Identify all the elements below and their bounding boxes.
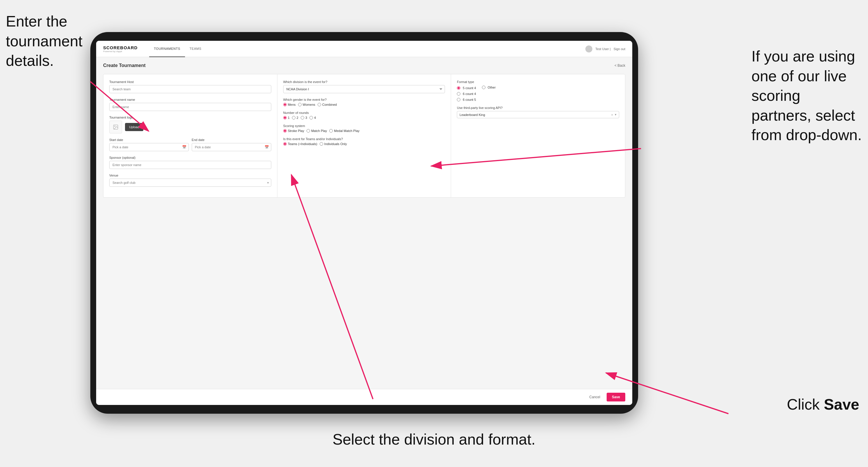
- scoring-stroke[interactable]: Stroke Play: [283, 129, 304, 132]
- live-scoring-dropdown-icon[interactable]: ▾: [615, 113, 617, 117]
- gender-womens-radio[interactable]: [298, 103, 302, 106]
- name-label: Tournament name: [109, 98, 271, 101]
- end-calendar-icon: 📅: [265, 145, 269, 149]
- round-1[interactable]: 1: [283, 116, 290, 119]
- nav-left: SCOREBOARD Powered by clippit TOURNAMENT…: [103, 41, 206, 57]
- save-button[interactable]: Save: [607, 393, 625, 401]
- logo-group: Tournament logo Upload: [109, 116, 271, 133]
- scoring-match[interactable]: Match Play: [307, 129, 327, 132]
- start-date-wrap: 📅: [109, 143, 189, 151]
- annotation-topleft: Enter the tournament details.: [6, 12, 87, 71]
- gender-combined[interactable]: Combined: [318, 103, 337, 106]
- sign-out-link[interactable]: Sign out: [614, 47, 625, 51]
- format-5count4[interactable]: 5 count 4: [457, 86, 476, 90]
- tournament-name-group: Tournament name: [109, 98, 271, 111]
- rounds-label: Number of rounds: [283, 111, 445, 115]
- round-2-label: 2: [297, 116, 298, 119]
- format-6count5-label: 6 count 5: [463, 98, 476, 101]
- division-group: Which division is the event for? NCAA Di…: [283, 80, 445, 93]
- end-date-wrap: 📅: [192, 143, 271, 151]
- sponsor-input[interactable]: [109, 161, 271, 169]
- live-scoring-clear[interactable]: ×: [611, 113, 613, 117]
- upload-button[interactable]: Upload: [125, 123, 143, 131]
- division-select[interactable]: NCAA Division I: [283, 85, 445, 93]
- scoring-radio-group: Stroke Play Match Play Medal Match Play: [283, 129, 445, 132]
- page-title: Create Tournament: [103, 63, 146, 68]
- scoring-medal-label: Medal Match Play: [334, 129, 359, 132]
- date-row: Start date 📅 End date: [109, 138, 271, 151]
- live-scoring-label: Use third-party live scoring API?: [457, 106, 619, 110]
- round-2-radio[interactable]: [292, 116, 296, 119]
- gender-mens-radio[interactable]: [283, 103, 287, 106]
- main-content: Create Tournament Back Tournament Host T…: [96, 57, 632, 389]
- venue-group: Venue ▾: [109, 174, 271, 187]
- event-type-teams[interactable]: Teams (+Individuals): [283, 142, 317, 146]
- round-1-radio[interactable]: [283, 116, 287, 119]
- name-input[interactable]: [109, 103, 271, 111]
- round-4-radio[interactable]: [309, 116, 313, 119]
- end-date-input[interactable]: [192, 143, 271, 151]
- rounds-group: Number of rounds 1 2: [283, 111, 445, 119]
- format-list: 5 count 4 6 count 4 6 count 5: [457, 86, 476, 101]
- annotation-bottomright: Click Save: [787, 395, 859, 414]
- nav-tabs: TOURNAMENTS TEAMS: [149, 41, 206, 57]
- format-5count4-radio[interactable]: [457, 86, 460, 90]
- scoring-medal[interactable]: Medal Match Play: [329, 129, 359, 132]
- round-2[interactable]: 2: [292, 116, 298, 119]
- tablet-frame: SCOREBOARD Powered by clippit TOURNAMENT…: [90, 32, 638, 414]
- format-6count5-radio[interactable]: [457, 98, 460, 101]
- event-type-teams-label: Teams (+Individuals): [288, 142, 317, 146]
- annotation-bottomcenter: Select the division and format.: [333, 430, 535, 449]
- event-type-teams-radio[interactable]: [283, 142, 287, 146]
- event-type-group: Is this event for Teams and/or Individua…: [283, 137, 445, 146]
- division-label: Which division is the event for?: [283, 80, 445, 84]
- format-other-radio[interactable]: [482, 86, 486, 89]
- scoring-match-radio[interactable]: [307, 129, 310, 132]
- format-label: Format type: [457, 80, 619, 84]
- host-label: Tournament Host: [109, 80, 271, 84]
- cancel-button[interactable]: Cancel: [586, 393, 604, 401]
- live-scoring-select-wrap[interactable]: Leaderboard King × ▾: [457, 111, 619, 118]
- user-label: Test User |: [595, 47, 611, 51]
- search-team-input[interactable]: [109, 85, 271, 93]
- scoring-stroke-radio[interactable]: [283, 129, 287, 132]
- gender-combined-radio[interactable]: [318, 103, 321, 106]
- start-date-group: Start date 📅: [109, 138, 189, 151]
- form-footer: Cancel Save: [96, 389, 632, 405]
- form-grid: Tournament Host Tournament name Tourname…: [103, 74, 625, 197]
- round-4-label: 4: [314, 116, 316, 119]
- svg-point-1: [115, 126, 115, 127]
- venue-dropdown-icon: ▾: [267, 181, 269, 185]
- back-link[interactable]: Back: [615, 63, 625, 68]
- format-6count4-radio[interactable]: [457, 92, 460, 96]
- logo-preview: [109, 121, 122, 133]
- venue-input[interactable]: [109, 179, 271, 187]
- scoring-label: Scoring system: [283, 124, 445, 128]
- round-4[interactable]: 4: [309, 116, 316, 119]
- nav-tab-teams[interactable]: TEAMS: [185, 41, 206, 57]
- format-6count5[interactable]: 6 count 5: [457, 98, 476, 101]
- event-type-individuals-radio[interactable]: [320, 142, 323, 146]
- other-option: Other: [482, 86, 496, 89]
- round-3[interactable]: 3: [301, 116, 307, 119]
- gender-womens-label: Womens: [303, 103, 315, 106]
- round-3-radio[interactable]: [301, 116, 304, 119]
- format-other[interactable]: Other: [482, 86, 496, 89]
- scoring-match-label: Match Play: [311, 129, 327, 132]
- nav-right: Test User | Sign out: [585, 45, 625, 53]
- start-date-input[interactable]: [109, 143, 189, 151]
- nav-bar: SCOREBOARD Powered by clippit TOURNAMENT…: [96, 41, 632, 57]
- app-container: SCOREBOARD Powered by clippit TOURNAMENT…: [96, 41, 632, 405]
- start-calendar-icon: 📅: [182, 145, 186, 149]
- format-6count4[interactable]: 6 count 4: [457, 92, 476, 96]
- end-date-label: End date: [192, 138, 271, 142]
- gender-mens[interactable]: Mens: [283, 103, 296, 106]
- gender-womens[interactable]: Womens: [298, 103, 315, 106]
- event-type-label: Is this event for Teams and/or Individua…: [283, 137, 445, 141]
- logo-label: Tournament logo: [109, 116, 271, 119]
- event-type-individuals[interactable]: Individuals Only: [320, 142, 347, 146]
- round-1-label: 1: [288, 116, 290, 119]
- nav-tab-tournaments[interactable]: TOURNAMENTS: [149, 41, 185, 57]
- format-5count4-label: 5 count 4: [463, 86, 476, 90]
- scoring-medal-radio[interactable]: [329, 129, 333, 132]
